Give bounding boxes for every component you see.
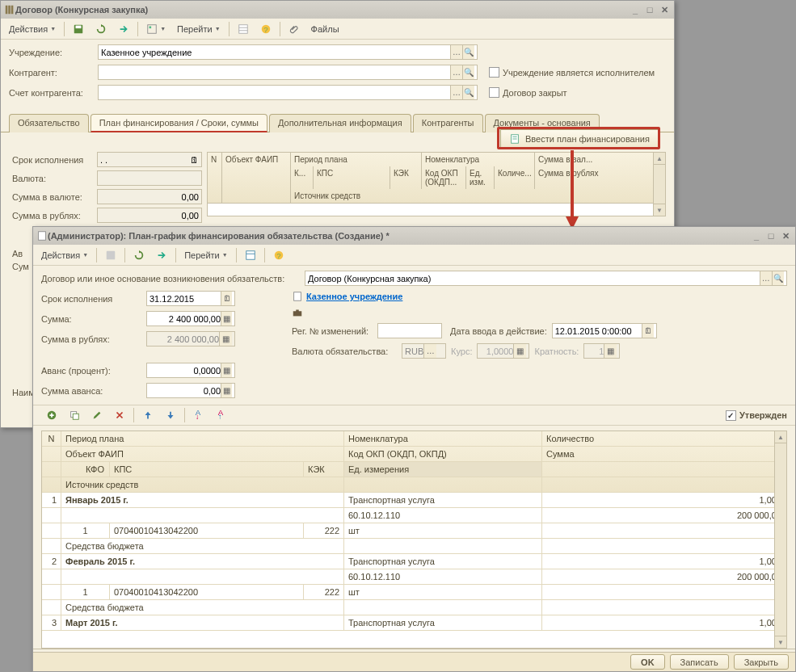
col-sum[interactable]: Сумма: [542, 447, 786, 462]
sum-input[interactable]: [150, 314, 221, 324]
org-executor-checkbox[interactable]: Учреждение является исполнителем: [489, 67, 655, 78]
col-period[interactable]: Период плана: [61, 431, 344, 447]
spreadsheet-button[interactable]: [233, 21, 254, 37]
base-input[interactable]: [308, 274, 760, 284]
goto-icon-button[interactable]: [113, 21, 134, 37]
ellipsis-button[interactable]: …: [760, 271, 772, 285]
ellipsis-button[interactable]: …: [423, 344, 436, 358]
col-k[interactable]: К...: [291, 166, 314, 189]
sumcur-field[interactable]: 0,00: [97, 189, 202, 204]
date-input[interactable]: [555, 326, 642, 336]
minimize-button[interactable]: _: [629, 4, 642, 15]
reg-field[interactable]: [377, 323, 442, 338]
lookup-button[interactable]: 🔍: [462, 86, 474, 99]
close-button[interactable]: ✕: [658, 4, 671, 15]
lookup-button[interactable]: 🔍: [462, 65, 474, 79]
col-sumr[interactable]: Сумма в рублях: [535, 166, 665, 189]
due-field[interactable]: . .🗓: [97, 152, 202, 167]
contr-input[interactable]: [101, 68, 450, 78]
col-faip[interactable]: Объект ФАИП: [61, 447, 344, 462]
scrollbar[interactable]: ▲▼: [774, 431, 786, 648]
col-okp[interactable]: Код ОКП (ОКДП, ОКПД): [344, 447, 542, 462]
col-qty[interactable]: Количе...: [495, 166, 535, 189]
add-row-button[interactable]: [41, 407, 62, 423]
adv-input[interactable]: [150, 386, 221, 396]
due-field[interactable]: 🗓: [146, 291, 235, 306]
col-period[interactable]: Период плана: [291, 153, 422, 166]
col-kek[interactable]: КЭК: [304, 462, 344, 477]
sumrub-field[interactable]: 0,00: [97, 208, 202, 223]
col-qty[interactable]: Количество: [542, 431, 786, 447]
copy-row-button[interactable]: [64, 407, 85, 423]
help-button[interactable]: ?: [255, 21, 276, 37]
ok-button[interactable]: OK: [630, 654, 665, 670]
col-kps[interactable]: КПС: [110, 462, 304, 477]
sort-asc-button[interactable]: A↓: [188, 407, 209, 423]
refresh-icon-button[interactable]: [91, 21, 112, 37]
cur-field[interactable]: [97, 170, 202, 186]
col-ed[interactable]: Ед. изм.: [466, 166, 495, 189]
delete-row-button[interactable]: [109, 407, 130, 423]
tab-plan-financing[interactable]: План финансирования / Сроки, суммы: [91, 114, 267, 132]
sort-desc-button[interactable]: A↑: [211, 407, 232, 423]
goto-icon-button[interactable]: [151, 247, 172, 263]
adv-field[interactable]: ▦: [146, 383, 235, 398]
move-up-button[interactable]: [137, 407, 158, 423]
schedule-grid[interactable]: N Период плана Номенклатура Количество О…: [41, 430, 787, 649]
approved-checkbox[interactable]: ✓Утвержден: [726, 410, 787, 421]
titlebar[interactable]: (Администратор): План-график финансирова…: [33, 227, 795, 245]
base-field[interactable]: …🔍: [305, 271, 787, 286]
help-button[interactable]: ?: [268, 247, 289, 263]
plan-grid[interactable]: N Объект ФАИП Период плана Номенклатура …: [207, 152, 666, 216]
org-link[interactable]: Казенное учреждение: [306, 292, 402, 301]
ellipsis-button[interactable]: …: [450, 65, 462, 79]
calendar-icon[interactable]: 🗓: [190, 155, 199, 165]
org-field[interactable]: …🔍: [98, 44, 478, 60]
due-input[interactable]: [150, 294, 221, 304]
maximize-button[interactable]: □: [643, 4, 656, 15]
calc-icon[interactable]: ▦: [221, 312, 232, 326]
advp-input[interactable]: [150, 366, 221, 376]
calendar-icon[interactable]: 🗓: [642, 324, 653, 338]
date-field[interactable]: 🗓: [552, 323, 657, 338]
close-button[interactable]: Закрыть: [734, 654, 789, 670]
calendar-icon[interactable]: 🗓: [221, 292, 232, 305]
col-faip[interactable]: Объект ФАИП: [222, 153, 291, 203]
goto-menu[interactable]: Перейти▼: [172, 21, 225, 37]
files-button[interactable]: Файлы: [306, 21, 344, 37]
grid-body[interactable]: 1Январь 2015 г.Транспортная услуга1,0006…: [42, 493, 786, 631]
col-n[interactable]: N: [42, 431, 61, 447]
move-down-button[interactable]: [160, 407, 181, 423]
table-row[interactable]: 3Март 2015 г.Транспортная услуга1,000: [42, 615, 786, 631]
col-okp[interactable]: Код ОКП (ОКДП...: [422, 166, 466, 189]
goto-menu[interactable]: Перейти▼: [179, 247, 233, 263]
table-row[interactable]: 2Февраль 2015 г.Транспортная услуга1,000…: [42, 554, 786, 615]
tab-additional[interactable]: Дополнительная информация: [269, 114, 411, 132]
col-kfo[interactable]: КФО: [61, 462, 110, 477]
sum-field[interactable]: ▦: [146, 311, 235, 326]
col-src[interactable]: Источник средств: [291, 189, 665, 203]
org-input[interactable]: [101, 48, 450, 57]
spreadsheet-button[interactable]: [240, 247, 261, 263]
calc-icon[interactable]: ▦: [221, 384, 232, 397]
col-nomen[interactable]: Номенклатура: [344, 431, 542, 447]
save-icon-button[interactable]: [100, 247, 121, 263]
col-n[interactable]: N: [208, 153, 222, 203]
col-kps[interactable]: КПС: [314, 166, 390, 189]
titlebar[interactable]: Договор (Конкурсная закупка) _ □ ✕: [1, 1, 674, 19]
attach-button[interactable]: [284, 21, 305, 37]
col-ed[interactable]: Ед. измерения: [344, 462, 542, 477]
save-button[interactable]: Записать: [670, 654, 729, 670]
reg-input[interactable]: [381, 326, 439, 336]
save-icon-button[interactable]: [68, 21, 89, 37]
table-row[interactable]: 1Январь 2015 г.Транспортная услуга1,0006…: [42, 493, 786, 554]
close-button[interactable]: ✕: [779, 230, 792, 242]
col-nomen[interactable]: Номенклатура: [422, 153, 535, 166]
tab-obligation[interactable]: Обязательство: [9, 114, 89, 132]
tab-contractors[interactable]: Контрагенты: [413, 114, 483, 132]
closed-checkbox[interactable]: Договор закрыт: [489, 87, 567, 98]
actions-menu[interactable]: Действия▼: [4, 21, 61, 37]
scrollbar[interactable]: ▲▼: [653, 153, 665, 216]
col-src[interactable]: Источник средств: [61, 477, 344, 493]
edit-row-button[interactable]: [86, 407, 107, 423]
